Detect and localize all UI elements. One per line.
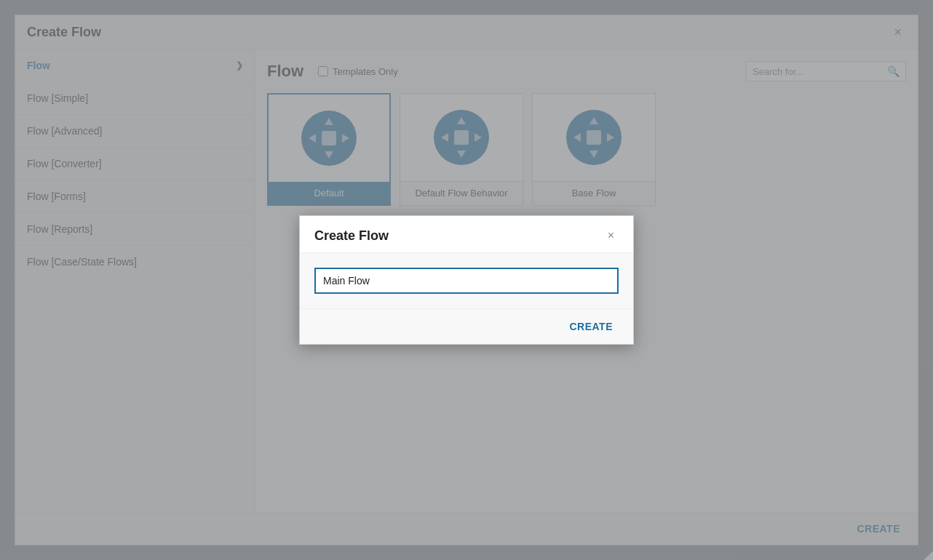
resize-handle[interactable] <box>924 551 933 560</box>
inner-dialog: Create Flow × CREATE <box>299 215 634 345</box>
inner-dialog-body <box>300 253 633 308</box>
inner-dialog-title: Create Flow <box>314 228 389 244</box>
inner-create-button[interactable]: CREATE <box>563 318 619 335</box>
inner-close-button[interactable]: × <box>603 228 619 244</box>
inner-dialog-footer: CREATE <box>300 308 633 344</box>
inner-dialog-overlay: Create Flow × CREATE <box>0 0 933 560</box>
flow-name-input[interactable] <box>314 268 619 294</box>
inner-dialog-header: Create Flow × <box>300 216 633 253</box>
